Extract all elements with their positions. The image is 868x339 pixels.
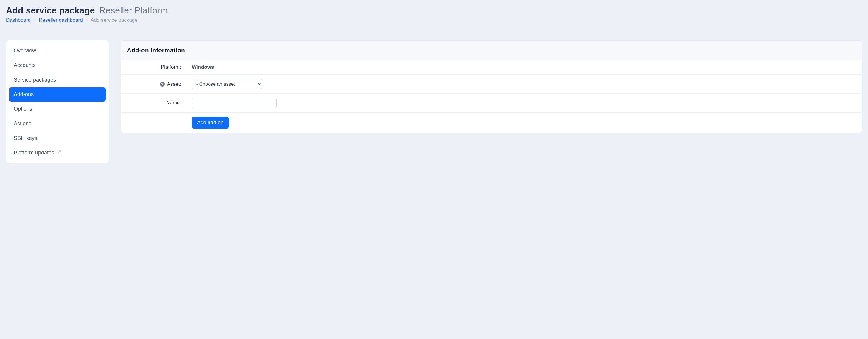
sidebar-item-label: Platform updates [14,150,54,156]
breadcrumb-link-dashboard[interactable]: Dashboard [6,17,31,23]
platform-value: Windows [192,64,214,70]
platform-label: Platform: [121,60,186,75]
name-input[interactable] [192,98,277,108]
sidebar-item-label: Accounts [14,62,36,68]
sidebar-item-accounts[interactable]: Accounts [9,58,106,73]
page-title-main: Add service package [6,5,95,15]
addon-info-panel: Add-on information Platform: Windows ? A… [121,40,862,133]
sidebar-item-label: Overview [14,47,36,54]
panel-title: Add-on information [121,41,862,60]
breadcrumb-link-reseller-dashboard[interactable]: Reseller dashboard [39,17,83,23]
breadcrumb-separator: › [34,17,36,23]
breadcrumb: Dashboard › Reseller dashboard › Add ser… [6,17,862,23]
sidebar-item-label: Options [14,106,32,112]
sidebar-item-label: Actions [14,121,31,127]
svg-line-0 [58,150,60,153]
sidebar-item-overview[interactable]: Overview [9,43,106,58]
sidebar-item-options[interactable]: Options [9,102,106,116]
breadcrumb-separator: › [86,17,88,23]
asset-label: Asset: [167,81,181,87]
external-link-icon [57,150,61,156]
sidebar-item-label: SSH keys [14,135,37,141]
help-icon[interactable]: ? [160,82,165,87]
sidebar-item-actions[interactable]: Actions [9,116,106,131]
page-header: Add service package Reseller Platform Da… [6,5,862,23]
sidebar-item-add-ons[interactable]: Add-ons [9,87,106,102]
sidebar-item-service-packages[interactable]: Service packages [9,73,106,87]
sidebar-item-label: Add-ons [14,91,34,98]
add-addon-button[interactable]: Add add-on [192,117,229,129]
sidebar-item-platform-updates[interactable]: Platform updates [9,145,106,160]
name-label: Name: [121,94,186,112]
breadcrumb-current: Add service package [91,17,137,23]
main-content: Add-on information Platform: Windows ? A… [121,40,862,133]
asset-select[interactable]: - Choose an asset [192,79,262,89]
page-title: Add service package Reseller Platform [6,5,862,15]
sidebar-item-ssh-keys[interactable]: SSH keys [9,131,106,145]
sidebar-item-label: Service packages [14,77,56,83]
page-title-subtitle: Reseller Platform [99,5,168,15]
sidebar: Overview Accounts Service packages Add-o… [6,40,109,163]
